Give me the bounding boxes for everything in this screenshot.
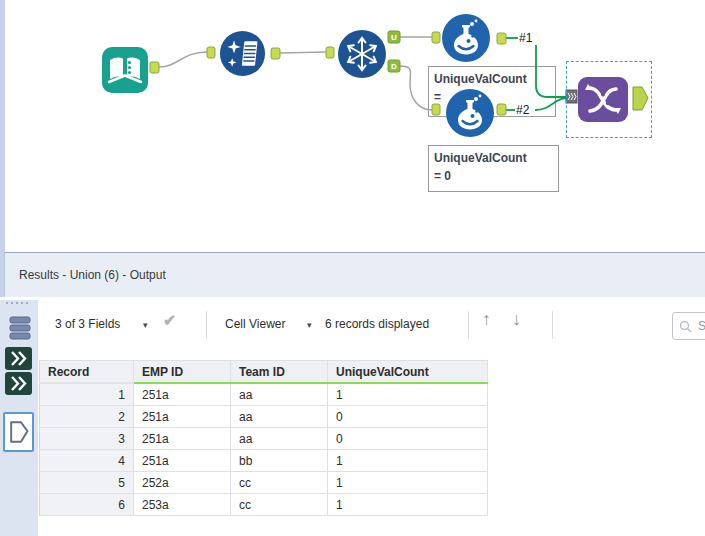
cell-emp-id[interactable]: 251a (134, 406, 231, 428)
data-cleansing-icon (219, 30, 266, 77)
tool-unique[interactable] (337, 29, 387, 79)
anchor-formula1-output[interactable] (497, 33, 506, 44)
caret-down-icon[interactable]: ▾ (143, 320, 148, 330)
formula-icon (445, 88, 495, 138)
record-number-cell[interactable]: 1 (40, 383, 134, 406)
wire-formula2-to-union[interactable] (535, 98, 566, 110)
results-table: Record EMP ID Team ID UniqueValCount 1 2… (39, 360, 488, 516)
cell-emp-id[interactable]: 252a (134, 472, 231, 494)
results-pane-body: 3 of 3 Fields ▾ ✔ Cell Viewer ▾ 6 record… (0, 297, 705, 536)
scroll-up-button[interactable]: ↑ (482, 309, 491, 330)
table-row: 6 253a cc 1 (40, 494, 488, 516)
scroll-down-button[interactable]: ↓ (512, 309, 521, 330)
table-row: 2 251a aa 0 (40, 406, 488, 428)
record-number-cell[interactable]: 2 (40, 406, 134, 428)
record-number-cell[interactable]: 6 (40, 494, 134, 516)
cell-team-id[interactable]: aa (231, 428, 328, 450)
cell-team-id[interactable]: aa (231, 383, 328, 406)
cell-uniquevalcount[interactable]: 1 (328, 450, 488, 472)
input-connection-1-button[interactable] (5, 347, 32, 370)
double-chevron-icon (5, 347, 32, 370)
results-pane-header[interactable]: Results - Union (6) - Output (4, 252, 705, 297)
tool-data-cleansing[interactable] (219, 30, 266, 77)
toolbar-separator (468, 311, 469, 339)
record-number-cell[interactable]: 4 (40, 450, 134, 472)
column-header-record[interactable]: Record (40, 361, 134, 384)
tool-formula-2[interactable] (445, 88, 495, 138)
anchor-formula2-input[interactable] (432, 104, 440, 115)
alteryx-designer-window: UniqueValCount = UniqueValCount = 0 (0, 0, 705, 536)
cell-emp-id[interactable]: 251a (134, 428, 231, 450)
search-icon (679, 320, 692, 333)
cell-uniquevalcount[interactable]: 1 (328, 383, 488, 406)
toolbar-separator (206, 311, 207, 339)
table-row: 4 251a bb 1 (40, 450, 488, 472)
cell-uniquevalcount[interactable]: 1 (328, 494, 488, 516)
tool-formula-1[interactable] (441, 13, 491, 63)
tool-input-data[interactable] (101, 46, 149, 94)
anchor-cleanse-input[interactable] (207, 47, 215, 58)
input-connection-2-button[interactable] (5, 372, 32, 395)
wire-unique-d-to-formula2[interactable] (400, 66, 432, 110)
anchor-formula2-output[interactable] (497, 104, 506, 115)
table-row: 3 251a aa 0 (40, 428, 488, 450)
cell-team-id[interactable]: cc (231, 494, 328, 516)
toolbar-separator (552, 311, 553, 339)
cell-emp-id[interactable]: 253a (134, 494, 231, 516)
input-data-icon (101, 46, 149, 94)
unique-icon (337, 29, 387, 79)
results-sidebar (0, 300, 38, 536)
metadata-view-button[interactable] (7, 314, 33, 341)
formula-icon (441, 13, 491, 63)
anchor-unique-input[interactable] (326, 47, 334, 58)
cell-uniquevalcount[interactable]: 0 (328, 406, 488, 428)
table-header-row: Record EMP ID Team ID UniqueValCount (40, 361, 488, 384)
tool-union[interactable] (578, 77, 628, 122)
connection-label-2: #2 (516, 103, 529, 117)
table-row: 1 251a aa 1 (40, 383, 488, 406)
wire-input-to-cleanse[interactable] (159, 52, 207, 67)
cell-emp-id[interactable]: 251a (134, 450, 231, 472)
record-number-cell[interactable]: 5 (40, 472, 134, 494)
cell-viewer-dropdown[interactable]: Cell Viewer (225, 317, 285, 331)
column-header-uniquevalcount[interactable]: UniqueValCount (328, 361, 488, 384)
anchor-input-output[interactable] (150, 62, 159, 73)
apply-check-icon[interactable]: ✔ (163, 311, 176, 330)
fields-dropdown[interactable]: 3 of 3 Fields (55, 317, 120, 331)
connection-label-1: #1 (519, 31, 532, 45)
column-header-emp-id[interactable]: EMP ID (134, 361, 231, 384)
output-anchor-icon (7, 419, 30, 445)
cell-uniquevalcount[interactable]: 1 (328, 472, 488, 494)
wire-cleanse-to-unique[interactable] (280, 52, 326, 53)
caret-down-icon[interactable]: ▾ (307, 320, 312, 330)
cell-team-id[interactable]: aa (231, 406, 328, 428)
results-pane-title: Results - Union (6) - Output (19, 268, 166, 282)
cell-uniquevalcount[interactable]: 0 (328, 428, 488, 450)
anchor-d-label: D (391, 62, 397, 71)
workflow-canvas[interactable]: UniqueValCount = UniqueValCount = 0 (0, 0, 705, 252)
output-anchor-button-selected[interactable] (3, 412, 34, 452)
double-chevron-icon (5, 372, 32, 395)
table-row: 5 252a cc 1 (40, 472, 488, 494)
stacked-bars-icon (7, 314, 33, 341)
column-header-team-id[interactable]: Team ID (231, 361, 328, 384)
anchor-u-label: U (391, 33, 397, 42)
drag-grip-icon[interactable] (6, 302, 32, 307)
tool-union-selection[interactable] (566, 61, 652, 138)
search-box[interactable] (672, 312, 705, 340)
records-displayed-label: 6 records displayed (325, 317, 429, 331)
cell-team-id[interactable]: bb (231, 450, 328, 472)
union-icon (578, 77, 628, 122)
anchor-cleanse-output[interactable] (271, 48, 280, 59)
anchor-formula1-input[interactable] (432, 32, 440, 43)
search-input[interactable] (696, 318, 705, 334)
wire-formula1-to-union[interactable] (536, 45, 566, 97)
record-number-cell[interactable]: 3 (40, 428, 134, 450)
cell-team-id[interactable]: cc (231, 472, 328, 494)
cell-emp-id[interactable]: 251a (134, 383, 231, 406)
